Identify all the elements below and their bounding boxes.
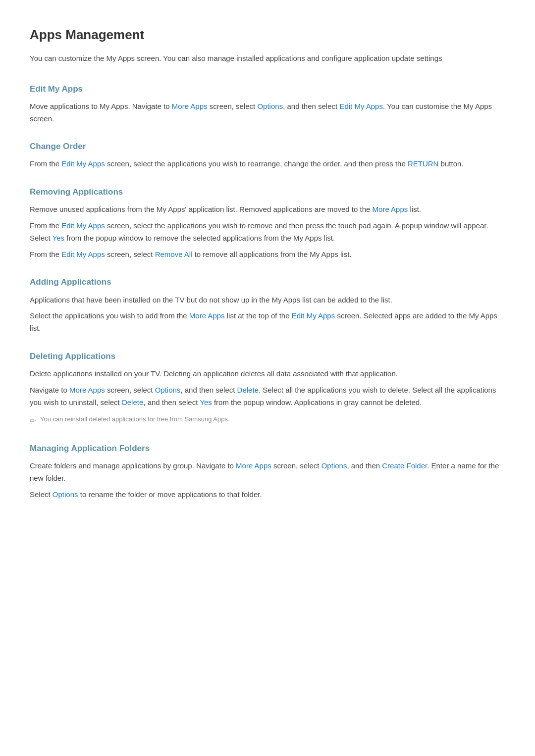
text-normal: From the [30, 221, 61, 230]
text-normal: from the popup window to remove the sele… [64, 234, 335, 242]
text-normal: screen, select the applications you wish… [105, 159, 408, 168]
text-normal: screen, select [105, 386, 155, 394]
link-edit-my-apps[interactable]: Edit My Apps [339, 102, 383, 110]
page-title: Apps Management [30, 25, 505, 46]
section-title-edit-my-apps: Edit My Apps [30, 82, 505, 96]
link-edit-my-apps[interactable]: Edit My Apps [61, 159, 105, 168]
text-normal: , and then select [143, 398, 200, 406]
section-managing-application-folders: Managing Application FoldersCreate folde… [30, 442, 505, 501]
section-paragraph-managing-application-folders-1: Select Options to rename the folder or m… [30, 489, 505, 501]
section-deleting-applications: Deleting ApplicationsDelete applications… [30, 350, 505, 427]
section-title-deleting-applications: Deleting Applications [30, 350, 505, 363]
text-normal: From the [30, 159, 61, 168]
section-paragraph-removing-applications-2: From the Edit My Apps screen, select Rem… [30, 249, 505, 261]
text-normal: screen, select [271, 461, 321, 470]
text-normal: Remove unused applications from the My A… [30, 205, 373, 213]
section-change-order: Change OrderFrom the Edit My Apps screen… [30, 140, 505, 170]
section-adding-applications: Adding ApplicationsApplications that hav… [30, 275, 505, 334]
text-normal: Navigate to [30, 386, 69, 394]
link-more-apps[interactable]: More Apps [236, 461, 271, 470]
link-options[interactable]: Options [155, 386, 181, 394]
section-paragraph-managing-application-folders-0: Create folders and manage applications b… [30, 460, 505, 485]
link-options[interactable]: Options [53, 490, 78, 499]
text-normal: Select the applications you wish to add … [30, 311, 189, 320]
text-normal: screen, select [105, 250, 155, 258]
text-normal: , and then [347, 461, 382, 470]
link-more-apps[interactable]: More Apps [69, 386, 105, 394]
text-normal: from the popup window. Applications in g… [212, 398, 422, 406]
section-title-removing-applications: Removing Applications [30, 185, 505, 199]
text-normal: button. [438, 159, 463, 168]
link-return[interactable]: RETURN [408, 159, 439, 168]
section-title-managing-application-folders: Managing Application Folders [30, 442, 505, 455]
note-box-deleting-applications: ✏You can reinstall deleted applications … [30, 414, 505, 427]
link-yes[interactable]: Yes [200, 398, 212, 406]
link-yes[interactable]: Yes [53, 234, 64, 242]
section-paragraph-change-order-0: From the Edit My Apps screen, select the… [30, 158, 505, 170]
text-normal: Select [30, 490, 53, 499]
text-normal: to remove all applications from the My A… [193, 250, 352, 258]
link-more-apps[interactable]: More Apps [189, 311, 225, 320]
text-normal: list. [408, 205, 421, 213]
sections-container: Edit My AppsMove applications to My Apps… [30, 82, 505, 501]
section-paragraph-removing-applications-1: From the Edit My Apps screen, select the… [30, 220, 505, 245]
section-title-adding-applications: Adding Applications [30, 275, 505, 289]
link-delete[interactable]: Delete [237, 386, 259, 394]
text-normal: to rename the folder or move application… [78, 490, 262, 499]
section-paragraph-deleting-applications-0: Delete applications installed on your TV… [30, 368, 505, 380]
link-edit-my-apps[interactable]: Edit My Apps [61, 221, 105, 230]
pencil-icon: ✏ [30, 415, 36, 427]
section-edit-my-apps: Edit My AppsMove applications to My Apps… [30, 82, 505, 125]
text-normal: , and then select [283, 102, 339, 110]
text-normal: , and then select [180, 386, 237, 394]
section-paragraph-adding-applications-0: Applications that have been installed on… [30, 294, 505, 306]
link-edit-my-apps[interactable]: Edit My Apps [61, 250, 105, 258]
link-more-apps[interactable]: More Apps [373, 205, 408, 213]
link-options[interactable]: Options [257, 102, 283, 110]
text-normal: From the [30, 250, 61, 258]
text-normal: list at the top of the [225, 311, 292, 320]
link-more-apps[interactable]: More Apps [172, 102, 208, 110]
section-paragraph-deleting-applications-1: Navigate to More Apps screen, select Opt… [30, 384, 505, 409]
link-create-folder[interactable]: Create Folder [382, 461, 427, 470]
note-text: You can reinstall deleted applications f… [40, 414, 230, 425]
link-options[interactable]: Options [321, 461, 347, 470]
link-delete[interactable]: Delete [122, 398, 143, 406]
link-edit-my-apps[interactable]: Edit My Apps [292, 311, 335, 320]
section-paragraph-adding-applications-1: Select the applications you wish to add … [30, 310, 505, 335]
section-title-change-order: Change Order [30, 140, 505, 153]
section-paragraph-edit-my-apps-0: Move applications to My Apps. Navigate t… [30, 101, 505, 125]
text-normal: Move applications to My Apps. Navigate t… [30, 102, 172, 110]
text-normal: Applications that have been installed on… [30, 296, 392, 304]
section-paragraph-removing-applications-0: Remove unused applications from the My A… [30, 203, 505, 216]
text-normal: Delete applications installed on your TV… [30, 369, 398, 378]
link-remove-all[interactable]: Remove All [155, 250, 193, 258]
section-removing-applications: Removing ApplicationsRemove unused appli… [30, 185, 505, 260]
text-normal: Create folders and manage applications b… [30, 461, 236, 470]
page-intro: You can customize the My Apps screen. Yo… [30, 52, 505, 64]
text-normal: screen, select [208, 102, 258, 110]
